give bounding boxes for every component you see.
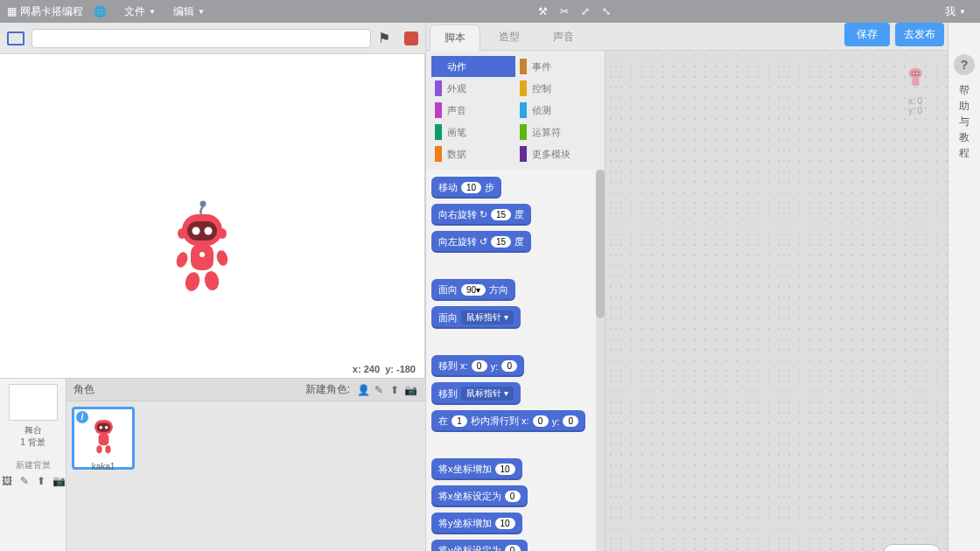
sprite-item[interactable]: i kaka1 xyxy=(72,407,135,470)
sprite-list: i kaka1 xyxy=(66,401,425,475)
tab-sounds[interactable]: 声音 xyxy=(538,24,589,50)
svg-point-11 xyxy=(183,270,201,292)
stamp-tool[interactable]: ⚒ xyxy=(535,3,552,20)
bg-library-icon[interactable]: 🖼 xyxy=(0,475,14,487)
sprite-library-icon[interactable]: 👤 xyxy=(355,384,371,396)
stop-icon[interactable] xyxy=(404,31,418,45)
menubar: ▦ 网易卡搭编程 🌐 文件▼ 编辑▼ ⚒ ✂ ⤢ ⤡ 我▼ xyxy=(0,0,980,23)
block-palette: 动作 事件 外观 控制 声音 侦测 画笔 运算符 数据 更多模块 移动10步 向… xyxy=(426,51,606,551)
file-menu[interactable]: 文件▼ xyxy=(117,4,163,19)
brand-name: 网易卡搭编程 xyxy=(20,4,83,19)
sprite-upload-icon[interactable]: ⬆ xyxy=(387,384,402,396)
sprite-info-icon[interactable]: i xyxy=(76,411,88,423)
svg-rect-2 xyxy=(187,221,217,241)
tab-costumes[interactable]: 造型 xyxy=(484,24,535,50)
block-point-direction[interactable]: 面向90▾方向 xyxy=(431,279,515,301)
block-goto-mouse[interactable]: 移到鼠标指针 ▾ xyxy=(431,382,521,405)
block-set-x[interactable]: 将x坐标设定为0 xyxy=(431,485,528,507)
zoom-in-icon[interactable]: + xyxy=(920,547,934,551)
block-change-y[interactable]: 将y坐标增加10 xyxy=(431,513,522,534)
svg-point-15 xyxy=(99,426,102,429)
green-flag-icon[interactable]: ⚑ xyxy=(378,30,397,46)
svg-rect-14 xyxy=(97,423,110,432)
palette-scrollbar[interactable] xyxy=(596,170,605,551)
block-move[interactable]: 移动10步 xyxy=(431,177,501,199)
sprite-title: 角色 xyxy=(74,382,305,397)
stage[interactable]: x: 240 y: -180 xyxy=(0,54,425,378)
svg-point-10 xyxy=(215,249,229,267)
robot-sprite-icon xyxy=(166,199,236,295)
svg-point-0 xyxy=(200,201,206,207)
bg-camera-icon[interactable]: 📷 xyxy=(52,475,66,487)
shrink-tool[interactable]: ⤡ xyxy=(598,3,615,20)
new-backdrop-label: 新建背景 xyxy=(0,459,66,471)
logo-icon: ▦ xyxy=(7,5,17,17)
left-column: ⚑ v461.1 xyxy=(0,23,425,551)
sprite-list-area: 角色 新建角色: 👤 ✎ ⬆ 📷 i xyxy=(66,379,425,551)
help-sidebar[interactable]: ? 帮助与教程 xyxy=(948,23,980,551)
zoom-reset-icon[interactable]: = xyxy=(905,547,919,551)
category-pen[interactable]: 画笔 xyxy=(431,122,515,143)
svg-rect-21 xyxy=(911,71,920,76)
tab-scripts[interactable]: 脚本 xyxy=(430,24,480,51)
canvas-sprite-indicator: x: 0 y: 0 xyxy=(902,63,928,115)
block-point-towards[interactable]: 面向鼠标指针 ▾ xyxy=(431,306,521,329)
category-data[interactable]: 数据 xyxy=(431,143,515,164)
backdrop-count: 1 背景 xyxy=(0,436,66,449)
block-glide[interactable]: 在1秒内滑行到 x:0y:0 xyxy=(431,410,585,432)
canvas-y-label: y: 0 xyxy=(902,106,928,115)
block-turn-left[interactable]: 向左旋转 ↺15度 xyxy=(431,231,531,253)
sprite-name: kaka1 xyxy=(74,462,132,471)
zoom-control: − = + xyxy=(883,544,941,551)
canvas-x-label: x: 0 xyxy=(902,96,928,106)
grow-tool[interactable]: ⤢ xyxy=(577,3,594,20)
category-more[interactable]: 更多模块 xyxy=(516,143,600,164)
stage-thumb-area: 舞台 1 背景 新建背景 🖼 ✎ ⬆ 📷 xyxy=(0,379,66,551)
save-button[interactable]: 保存 xyxy=(844,23,890,46)
tabs-row: 脚本 造型 声音 保存 去发布 xyxy=(426,23,948,51)
middle-column: 脚本 造型 声音 保存 去发布 动作 事件 外观 控制 声音 侦测 画笔 运算符… xyxy=(425,23,948,551)
stage-coords: x: 240 y: -180 xyxy=(353,364,416,374)
stage-toolbar: ⚑ xyxy=(0,23,425,54)
fullscreen-icon[interactable] xyxy=(7,31,24,45)
edit-menu[interactable]: 编辑▼ xyxy=(166,4,212,19)
brand-logo: ▦ 网易卡搭编程 xyxy=(7,4,83,19)
block-turn-right[interactable]: 向右旋转 ↻15度 xyxy=(431,204,531,226)
zoom-out-icon[interactable]: − xyxy=(889,547,903,551)
stage-sprite[interactable] xyxy=(166,199,236,298)
category-events[interactable]: 事件 xyxy=(516,56,600,77)
sprite-camera-icon[interactable]: 📷 xyxy=(402,384,418,396)
help-icon[interactable]: ? xyxy=(954,54,975,75)
script-canvas[interactable]: x: 0 y: 0 − = + xyxy=(606,51,948,551)
robot-thumb-icon xyxy=(84,413,122,457)
category-operators[interactable]: 运算符 xyxy=(516,122,600,143)
stage-thumbnail[interactable] xyxy=(9,384,58,421)
svg-rect-17 xyxy=(99,434,109,446)
block-goto-xy[interactable]: 移到 x:0y:0 xyxy=(431,355,524,377)
bg-upload-icon[interactable]: ⬆ xyxy=(35,475,49,487)
svg-point-16 xyxy=(105,426,108,429)
chevron-down-icon: ▼ xyxy=(959,8,966,16)
category-motion[interactable]: 动作 xyxy=(431,56,515,77)
globe-menu[interactable]: 🌐 xyxy=(87,5,114,17)
sprite-paint-icon[interactable]: ✎ xyxy=(371,384,387,396)
category-sensing[interactable]: 侦测 xyxy=(516,100,600,121)
category-looks[interactable]: 外观 xyxy=(431,78,515,99)
svg-point-6 xyxy=(218,228,227,239)
sprite-panel: 舞台 1 背景 新建背景 🖼 ✎ ⬆ 📷 角色 新建角色: 👤 ✎ ⬆ 📷 xyxy=(0,378,425,551)
block-change-x[interactable]: 将x坐标增加10 xyxy=(431,458,522,480)
cut-tool[interactable]: ✂ xyxy=(556,3,573,20)
category-control[interactable]: 控制 xyxy=(516,78,600,99)
help-label: 帮助与教程 xyxy=(948,82,980,161)
svg-point-19 xyxy=(105,445,110,453)
svg-point-9 xyxy=(174,250,189,269)
block-set-y[interactable]: 将y坐标设定为0 xyxy=(431,540,528,551)
bg-paint-icon[interactable]: ✎ xyxy=(18,475,32,487)
project-title-input[interactable] xyxy=(32,29,371,48)
category-sound[interactable]: 声音 xyxy=(431,100,515,121)
account-menu[interactable]: 我▼ xyxy=(938,4,973,19)
new-sprite-label: 新建角色: xyxy=(305,382,350,397)
publish-button[interactable]: 去发布 xyxy=(895,23,944,46)
svg-point-22 xyxy=(913,73,914,74)
svg-point-5 xyxy=(178,228,186,239)
